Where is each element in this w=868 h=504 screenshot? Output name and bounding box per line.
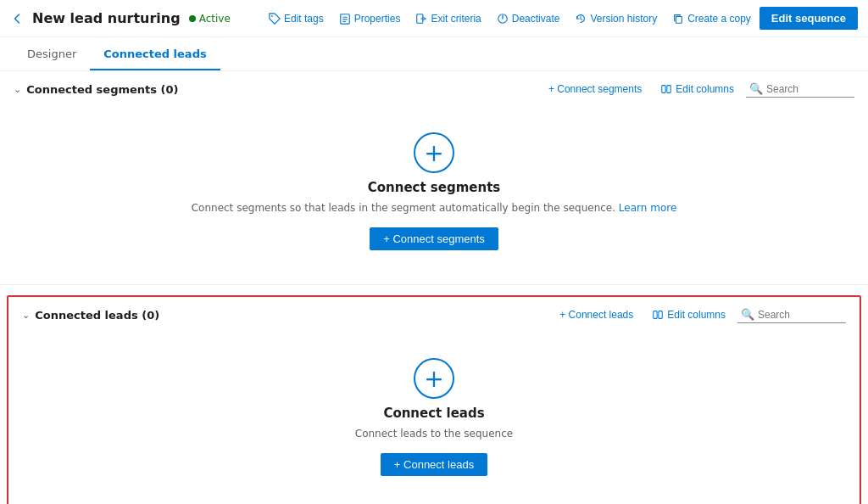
leads-chevron[interactable]: ⌄ [22,310,30,321]
edit-columns-segments-label: Edit columns [676,83,734,95]
connected-segments-section: ⌄ Connected segments (0) + Connect segme… [0,71,868,285]
connected-segments-actions: + Connect segments Edit columns 🔍 [542,80,854,98]
top-bar-actions: Edit tags Properties Exit criteria Deact… [262,7,858,30]
edit-columns-leads-label: Edit columns [667,309,726,321]
svg-rect-7 [654,311,657,319]
status-dot [189,15,196,22]
deactivate-label: Deactivate [512,13,560,25]
create-copy-button[interactable]: Create a copy [665,8,758,29]
page-title: New lead nurturing [32,10,181,26]
connect-leads-header-label: + Connect leads [559,309,633,321]
segments-empty-icon: + [414,132,454,173]
connected-segments-title-area: ⌄ Connected segments (0) [14,83,178,96]
leads-empty-icon: + [414,358,454,399]
connected-segments-title: Connected segments (0) [26,83,178,96]
connected-leads-header: ⌄ Connected leads (0) + Connect leads Ed… [8,297,860,333]
segments-empty-desc: Connect segments so that leads in the se… [192,202,677,214]
learn-more-link[interactable]: Learn more [619,202,676,214]
segments-search-icon: 🔍 [749,82,763,95]
svg-point-0 [271,15,273,17]
edit-columns-segments-button[interactable]: Edit columns [654,80,741,98]
connected-segments-header: ⌄ Connected segments (0) + Connect segme… [0,71,868,107]
edit-columns-leads-button[interactable]: Edit columns [645,305,732,324]
connect-leads-button[interactable]: + Connect leads [381,453,487,476]
connect-leads-btn-label: + Connect leads [394,458,474,471]
leads-search-input[interactable] [758,309,843,321]
connect-segments-header-button[interactable]: + Connect segments [542,80,648,98]
svg-rect-4 [676,16,682,23]
connected-leads-actions: + Connect leads Edit columns 🔍 [553,305,846,324]
connect-leads-header-button[interactable]: + Connect leads [553,305,640,324]
edit-tags-label: Edit tags [284,13,324,25]
exit-criteria-label: Exit criteria [431,13,481,25]
properties-label: Properties [354,13,401,25]
connect-segments-header-label: + Connect segments [548,83,642,95]
segments-search-box: 🔍 [746,81,854,98]
back-button[interactable] [10,12,24,25]
segments-search-input[interactable] [766,83,851,95]
connected-leads-title: Connected leads (0) [35,309,159,322]
tab-connected-leads[interactable]: Connected leads [90,39,220,70]
svg-rect-8 [659,311,662,319]
main-content: ⌄ Connected segments (0) + Connect segme… [0,71,868,504]
leads-empty-title: Connect leads [383,406,484,421]
segments-chevron[interactable]: ⌄ [14,84,21,95]
tab-designer[interactable]: Designer [14,39,90,70]
leads-empty-desc: Connect leads to the sequence [355,428,513,440]
status-badge: Active [189,13,231,25]
status-text: Active [199,13,231,25]
svg-rect-5 [662,86,665,93]
tabs-bar: Designer Connected leads [0,37,868,71]
connect-segments-button[interactable]: + Connect segments [370,227,498,250]
deactivate-button[interactable]: Deactivate [490,8,567,29]
exit-criteria-button[interactable]: Exit criteria [409,8,487,29]
connected-leads-title-area: ⌄ Connected leads (0) [22,309,159,322]
segments-empty-title: Connect segments [368,180,501,195]
svg-rect-6 [667,86,670,93]
connected-leads-section: ⌄ Connected leads (0) + Connect leads Ed… [7,295,861,504]
version-history-label: Version history [590,13,657,25]
edit-sequence-button[interactable]: Edit sequence [760,7,858,30]
leads-search-box: 🔍 [737,306,846,323]
top-bar-left: New lead nurturing Active [10,10,231,26]
properties-button[interactable]: Properties [332,8,408,29]
create-copy-label: Create a copy [687,13,751,25]
version-history-button[interactable]: Version history [568,8,664,29]
leads-empty-state: + Connect leads Connect leads to the seq… [8,333,860,504]
connect-segments-btn-label: + Connect segments [383,232,485,245]
top-bar: New lead nurturing Active Edit tags Prop… [0,0,868,37]
leads-search-icon: 🔍 [741,308,754,321]
segments-empty-state: + Connect segments Connect segments so t… [0,107,868,284]
edit-tags-button[interactable]: Edit tags [262,8,331,29]
